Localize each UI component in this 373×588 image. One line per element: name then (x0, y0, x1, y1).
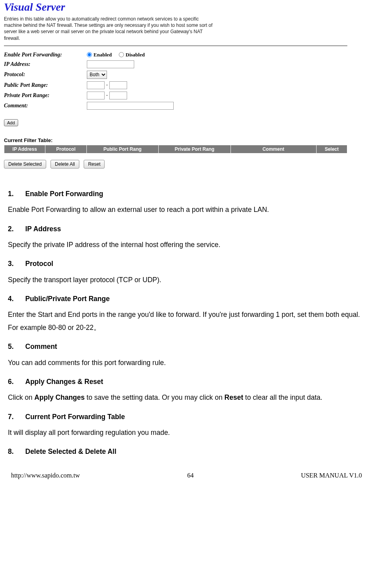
public-port-start-input[interactable] (87, 81, 105, 89)
radio-enabled-label: Enabled (94, 52, 112, 58)
desc-5: You can add comments for this port forwa… (8, 356, 365, 369)
port-separator: - (106, 82, 108, 88)
intro-text: Entries in this table allow you to autom… (4, 16, 217, 41)
delete-all-button[interactable]: Delete All (51, 160, 79, 169)
radio-enabled[interactable] (87, 52, 92, 57)
comment-input[interactable] (87, 102, 174, 110)
th-ip: IP Address (4, 145, 45, 153)
label-enable: Enable Port Forwarding: (4, 52, 87, 58)
private-port-end-input[interactable] (109, 92, 127, 99)
label-protocol: Protocol: (4, 71, 87, 78)
th-comment: Comment (231, 145, 316, 153)
footer-page-number: 64 (80, 472, 301, 479)
label-comment: Comment: (4, 103, 87, 109)
th-select: Select (316, 145, 347, 153)
th-protocol: Protocol (45, 145, 86, 153)
heading-8: 8.Delete Selected & Delete All (8, 445, 365, 458)
heading-6: 6.Apply Changes & Reset (8, 375, 365, 388)
th-public: Public Port Rang (86, 145, 158, 153)
page-title: Visual Server (4, 1, 369, 13)
label-ip: IP Address: (4, 61, 87, 67)
radio-enabled-wrap[interactable]: Enabled (87, 52, 112, 58)
desc-2: Specify the private IP address of the in… (8, 238, 365, 251)
port-separator: - (106, 92, 108, 98)
radio-disabled-label: Disabled (126, 52, 144, 58)
heading-4: 4.Public/Private Port Range (8, 292, 365, 305)
footer-version: USER MANUAL V1.0 (301, 472, 362, 479)
protocol-select[interactable]: Both (87, 71, 107, 79)
desc-1: Enable Port Forwarding to allow an exter… (8, 203, 365, 216)
heading-2: 2.IP Address (8, 223, 365, 235)
add-button[interactable]: Add (4, 119, 18, 126)
label-private-range: Private Port Range: (4, 92, 87, 99)
divider (4, 45, 347, 46)
public-port-end-input[interactable] (109, 81, 127, 89)
heading-7: 7.Current Port Forwarding Table (8, 410, 365, 423)
table-header-row: IP Address Protocol Public Port Rang Pri… (4, 145, 347, 153)
documentation-section: 1.Enable Port Forwarding Enable Port For… (0, 172, 373, 458)
heading-1: 1.Enable Port Forwarding (8, 187, 365, 200)
th-private: Private Port Rang (159, 145, 231, 153)
radio-disabled[interactable] (119, 52, 124, 57)
radio-disabled-wrap[interactable]: Disabled (119, 52, 144, 58)
heading-3: 3.Protocol (8, 257, 365, 270)
private-port-start-input[interactable] (87, 92, 105, 99)
label-public-range: Public Port Range: (4, 82, 87, 88)
desc-3: Specify the transport layer protocol (TC… (8, 273, 365, 286)
router-config-panel: Visual Server Entries in this table allo… (0, 0, 373, 172)
desc-7: It will display all port forwarding regu… (8, 426, 365, 439)
desc-4: Enter the Start and End ports in the ran… (8, 308, 365, 334)
footer-url: http://www.sapido.com.tw (11, 472, 80, 479)
reset-button[interactable]: Reset (84, 160, 105, 169)
table-title: Current Filter Table: (4, 137, 369, 143)
heading-5: 5.Comment (8, 340, 365, 353)
delete-selected-button[interactable]: Delete Selected (4, 160, 46, 169)
filter-table: IP Address Protocol Public Port Rang Pri… (4, 145, 347, 154)
ip-address-input[interactable] (87, 60, 134, 68)
desc-6: Click on Apply Changes to save the setti… (8, 391, 365, 404)
page-footer: http://www.sapido.com.tw 64 USER MANUAL … (0, 461, 373, 485)
